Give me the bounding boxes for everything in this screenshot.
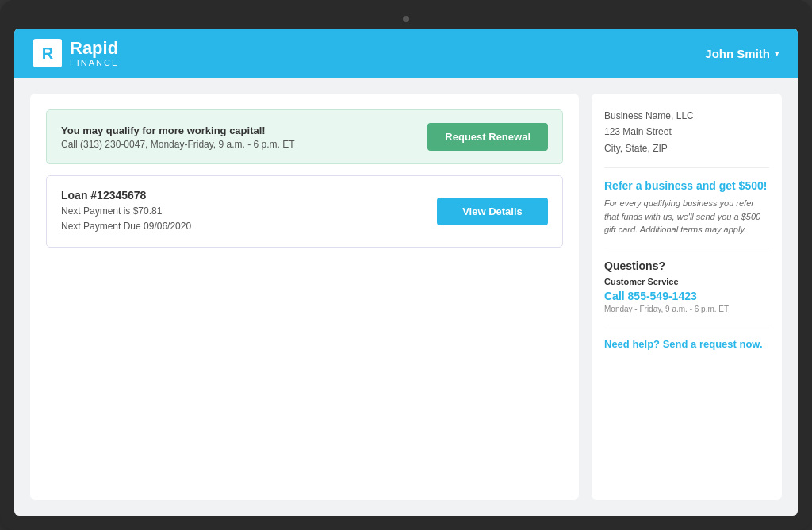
device-camera bbox=[403, 16, 409, 22]
help-section: Need help? Send a request now. bbox=[604, 325, 769, 362]
loan-due-date: Next Payment Due 09/06/2020 bbox=[61, 219, 191, 234]
refer-section: Refer a business and get $500! For every… bbox=[604, 168, 769, 248]
user-name: John Smith bbox=[705, 47, 770, 60]
request-renewal-button[interactable]: Request Renewal bbox=[427, 123, 548, 151]
help-link[interactable]: Need help? Send a request now. bbox=[604, 338, 763, 350]
refer-title: Refer a business and get $500! bbox=[604, 179, 769, 192]
left-panel: You may qualify for more working capital… bbox=[30, 94, 579, 500]
brand-sub: Finance bbox=[70, 58, 119, 67]
refer-description: For every qualifying business you refer … bbox=[604, 197, 769, 236]
business-city: City, State, ZIP bbox=[604, 140, 769, 156]
view-details-button[interactable]: View Details bbox=[437, 198, 548, 225]
questions-section: Questions? Customer Service Call 855-549… bbox=[604, 248, 769, 325]
phone-link[interactable]: Call 855-549-1423 bbox=[604, 290, 769, 302]
loan-number: Loan #12345678 bbox=[61, 189, 191, 202]
right-panel: Business Name, LLC 123 Main Street City,… bbox=[592, 94, 782, 500]
business-street: 123 Main Street bbox=[604, 124, 769, 140]
logo-area: R Rapid Finance bbox=[33, 39, 119, 67]
app-header: R Rapid Finance John Smith ▾ bbox=[14, 29, 798, 78]
loan-info: Loan #12345678 Next Payment is $70.81 Ne… bbox=[61, 189, 191, 234]
loan-payment: Next Payment is $70.81 bbox=[61, 204, 191, 219]
promo-subtitle: Call (313) 230-0047, Monday-Friday, 9 a.… bbox=[61, 139, 295, 150]
loan-card: Loan #12345678 Next Payment is $70.81 Ne… bbox=[46, 175, 563, 248]
logo-text: Rapid Finance bbox=[70, 39, 119, 67]
logo-icon: R bbox=[33, 39, 62, 67]
user-menu[interactable]: John Smith ▾ bbox=[705, 47, 779, 60]
promo-title: You may qualify for more working capital… bbox=[61, 125, 295, 136]
questions-title: Questions? bbox=[604, 259, 769, 272]
promo-banner: You may qualify for more working capital… bbox=[46, 109, 563, 164]
customer-service-label: Customer Service bbox=[604, 277, 769, 286]
business-address: Business Name, LLC 123 Main Street City,… bbox=[604, 108, 769, 168]
promo-text: You may qualify for more working capital… bbox=[61, 125, 295, 150]
chevron-down-icon: ▾ bbox=[775, 49, 779, 58]
business-name: Business Name, LLC bbox=[604, 108, 769, 124]
service-hours: Monday - Friday, 9 a.m. - 6 p.m. ET bbox=[604, 305, 769, 313]
main-content: You may qualify for more working capital… bbox=[14, 78, 798, 516]
brand-name: Rapid bbox=[70, 39, 119, 58]
